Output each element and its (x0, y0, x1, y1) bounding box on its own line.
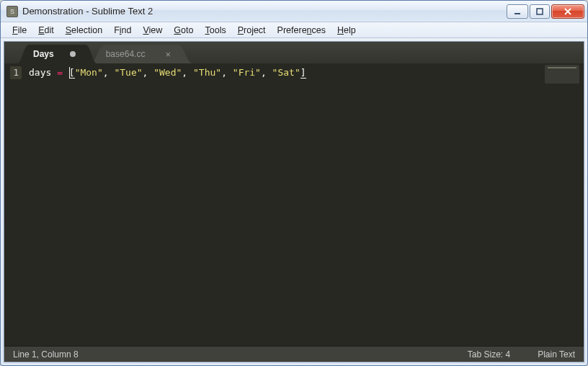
svg-rect-1 (537, 9, 543, 14)
client-area: Days base64.cc × 1 days = ["Mon", "Tue",… (4, 41, 584, 362)
dirty-indicator-icon (70, 51, 76, 57)
menu-help[interactable]: Help (331, 24, 362, 37)
menu-goto[interactable]: Goto (168, 24, 199, 37)
code-line: days = ["Mon", "Tue", "Wed", "Thu", "Fri… (29, 67, 306, 78)
status-syntax[interactable]: Plain Text (538, 349, 575, 360)
tab-shape (17, 45, 97, 63)
minimize-button[interactable] (507, 4, 528, 19)
menu-preferences[interactable]: Preferences (272, 24, 331, 37)
menubar: File Edit Selection Find View Goto Tools… (1, 22, 587, 38)
statusbar: Line 1, Column 8 Tab Size: 4 Plain Text (4, 346, 584, 362)
tab-label: base64.cc (106, 49, 146, 59)
gutter: 1 (4, 63, 29, 346)
menu-find[interactable]: Find (108, 24, 137, 37)
menu-edit[interactable]: Edit (32, 24, 60, 37)
code-area[interactable]: days = ["Mon", "Tue", "Wed", "Thu", "Fri… (29, 63, 584, 346)
minimap[interactable] (545, 65, 579, 84)
app-window: S Demonstration - Sublime Text 2 File Ed… (0, 0, 588, 366)
tab-label: Days (33, 49, 54, 59)
editor[interactable]: 1 days = ["Mon", "Tue", "Wed", "Thu", "F… (4, 63, 584, 346)
minimize-icon (513, 7, 522, 16)
maximize-icon (535, 7, 544, 16)
svg-rect-0 (514, 13, 520, 14)
menu-tools[interactable]: Tools (199, 24, 231, 37)
menu-project[interactable]: Project (232, 24, 272, 37)
menu-view[interactable]: View (137, 24, 168, 37)
app-icon: S (6, 6, 18, 17)
menu-file[interactable]: File (6, 24, 32, 37)
line-number: 1 (10, 66, 22, 79)
tab-close-icon[interactable]: × (165, 50, 171, 59)
tab-base64[interactable]: base64.cc × (90, 45, 192, 63)
window-controls (507, 4, 584, 19)
tabbar: Days base64.cc × (4, 42, 584, 63)
window-title: Demonstration - Sublime Text 2 (22, 6, 507, 17)
status-tabsize[interactable]: Tab Size: 4 (468, 349, 510, 360)
maximize-button[interactable] (530, 4, 550, 19)
titlebar[interactable]: S Demonstration - Sublime Text 2 (1, 1, 587, 22)
close-icon (563, 7, 573, 16)
menu-selection[interactable]: Selection (60, 24, 108, 37)
minimap-line (548, 67, 576, 68)
status-position[interactable]: Line 1, Column 8 (13, 349, 79, 360)
tab-days[interactable]: Days (17, 45, 97, 63)
close-button[interactable] (551, 4, 584, 19)
